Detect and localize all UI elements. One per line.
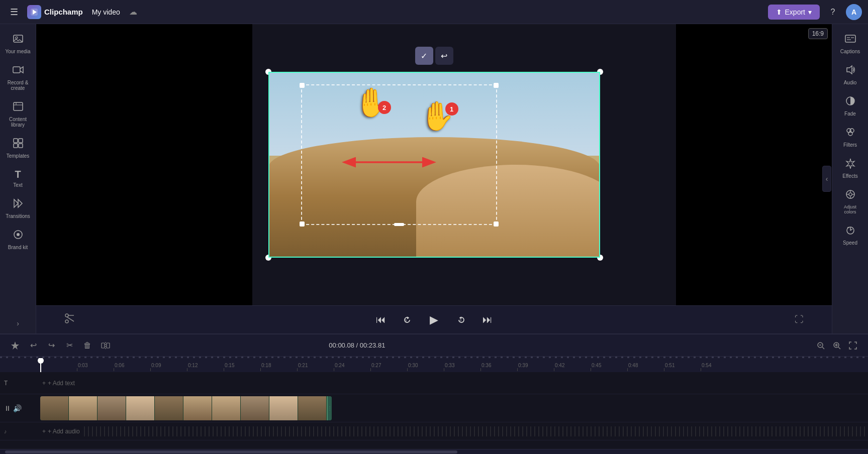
time-display: 00:00.08 / 00:23.81 [329,342,385,349]
help-button[interactable]: ? [825,4,841,20]
crop-confirm-button[interactable]: ✓ [415,47,433,65]
add-audio-button[interactable]: + + Add audio [40,422,80,440]
user-avatar[interactable]: A [846,4,862,20]
add-text-button[interactable]: + + Add text [40,372,868,394]
clip-audio-toggle[interactable]: 🔊 [13,404,22,412]
clip-thumb-1 [40,396,69,420]
timeline-undo-button[interactable]: ↩ [26,338,40,353]
svg-rect-5 [14,102,23,110]
media-icon [13,33,24,47]
timeline-delete-button[interactable]: 🗑 [80,338,94,353]
ruler-mark-021: 0:21 [297,363,334,371]
sidebar-item-adjust-colors[interactable]: Adjustcolors [835,185,865,218]
fullscreen-button[interactable]: ⛶ [795,314,804,325]
audio-track-content[interactable]: + + Add audio [40,422,868,440]
rewind-button[interactable]: 5 [398,311,416,329]
zoom-out-button[interactable] [814,338,828,353]
crop-handle-br[interactable] [494,221,499,226]
logo-icon [27,5,41,19]
video-clip[interactable]: ⋮ [40,396,332,420]
trim-button[interactable] [64,313,75,326]
sidebar-item-speed[interactable]: Speed [835,220,865,250]
templates-icon [13,138,24,151]
sidebar-item-captions[interactable]: Captions [835,29,865,58]
add-text-plus-icon: + [42,380,46,387]
timeline-scrollbar-thumb[interactable] [5,450,457,453]
sidebar-item-effects[interactable]: Effects [835,154,865,183]
auto-tool-button[interactable] [8,338,22,353]
logo: Clipchamp [27,5,83,19]
clip-thumb-10 [298,396,327,420]
video-track-label: ⏸ 🔊 [0,404,40,412]
main-content: Your media Record &create Contentlibrary [0,24,868,333]
svg-marker-27 [847,66,852,74]
svg-text:5: 5 [405,319,407,322]
sidebar-item-record-create[interactable]: Record &create [3,60,33,95]
crop-handle-bl[interactable] [300,221,305,226]
crop-handle-mid-bottom[interactable] [394,223,404,226]
black-bar-left [36,24,252,305]
svg-rect-9 [19,139,23,143]
timeline-tracks: 0:03 0:06 0:09 0:12 0:15 [0,358,868,449]
forward-button[interactable]: 5 [452,311,470,329]
sidebar-item-your-media[interactable]: Your media [3,29,33,58]
center-area: Done ✓ ↩ 🤚 [36,24,832,333]
timeline-scrollbar[interactable] [0,449,868,454]
skip-forward-button[interactable]: ⏭ [478,311,497,329]
zoom-controls [814,338,860,353]
zoom-in-button[interactable] [830,338,844,353]
crop-undo-button[interactable]: ↩ [435,47,453,65]
timeline-redo-button[interactable]: ↪ [44,338,58,353]
skip-back-button[interactable]: ⏮ [372,311,390,329]
zoom-fit-button[interactable] [846,338,860,353]
timeline-split-button[interactable] [99,338,113,353]
topbar-left: ☰ Clipchamp My video ☁ [6,4,763,20]
playhead[interactable] [40,358,41,372]
svg-rect-10 [14,144,18,148]
clip-drag-handle[interactable]: ⋮ [327,396,332,420]
svg-marker-12 [14,199,18,207]
sidebar-item-brand-kit[interactable]: Brand kit [3,225,33,254]
audio-icon [845,64,856,78]
sidebar-item-audio[interactable]: Audio [835,60,865,89]
clip-thumb-7 [212,396,241,420]
ruler-mark-033: 0:33 [444,363,480,371]
hamburger-button[interactable]: ☰ [6,4,22,20]
export-button[interactable]: ⬆ Export ▾ [768,5,820,20]
text-track-content[interactable]: + + Add text [40,372,868,394]
crop-handle-tl[interactable] [300,83,305,88]
timeline-ruler: 0:03 0:06 0:09 0:12 0:15 [0,358,868,372]
text-track-row: T + + Add text [0,372,868,394]
ruler-mark-042: 0:42 [554,363,591,371]
video-clip-row: ⏸ 🔊 ⋮ [0,394,868,422]
filters-label: Filters [843,142,857,148]
right-sidebar-collapse-button[interactable]: ‹ [822,166,831,192]
text-track-label: T [0,380,40,387]
clip-thumbnail-strip [40,396,327,420]
play-button[interactable]: ▶ [424,310,444,330]
timeline-cut-button[interactable]: ✂ [62,338,76,353]
sidebar-item-templates[interactable]: Templates [3,134,33,163]
sidebar-item-fade[interactable]: Fade [835,91,865,121]
ruler-mark-045: 0:45 [591,363,627,371]
project-title[interactable]: My video [88,6,124,18]
sidebar-item-text[interactable]: T Text [3,165,33,192]
audio-waveform [84,426,868,436]
sidebar-label-templates: Templates [7,153,30,159]
cloud-icon: ☁ [129,7,137,17]
svg-rect-8 [14,139,18,143]
record-icon [13,64,24,78]
captions-label: Captions [840,49,860,54]
ruler-mark-0 [40,368,77,371]
ruler-mark-036: 0:36 [480,363,517,371]
crop-handle-tr[interactable] [494,83,499,88]
clip-mute-button[interactable]: ⏸ [4,404,11,412]
sidebar-item-content-library[interactable]: Contentlibrary [3,97,33,132]
music-icon: ♪ [4,428,7,434]
sidebar-expand-button[interactable]: › [13,318,23,328]
svg-rect-4 [13,67,20,73]
sidebar-item-filters[interactable]: Filters [835,123,865,152]
fade-icon [845,95,856,109]
sidebar-item-transitions[interactable]: Transitions [3,194,33,223]
sidebar-label-transitions: Transitions [6,213,30,219]
